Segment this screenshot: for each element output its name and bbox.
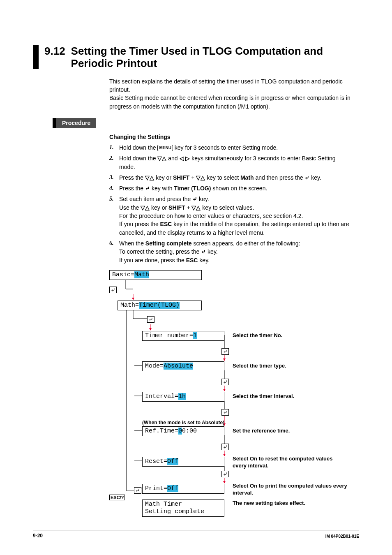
lcd-timer-number: Timer number=1 — [142, 331, 224, 341]
step-number: 4. — [109, 184, 119, 192]
enter-key-icon: ⤶ — [192, 196, 197, 202]
enter-key-icon: ⤶ — [109, 287, 117, 293]
procedure-heading: Procedure — [53, 118, 359, 128]
lcd-print-label: Print= — [145, 485, 167, 492]
step-6-line3-b: key. — [198, 257, 210, 264]
esc-key-label: ESC — [160, 221, 172, 227]
step-2-text-a: Hold down the — [119, 155, 157, 162]
desc-mode: Select the timer type. — [233, 362, 348, 370]
enter-key-icon: ⤶ — [221, 471, 229, 477]
lcd-basic: Basic=Math — [109, 270, 202, 280]
enter-key-icon: ⤶ — [145, 185, 150, 192]
esc-key-label: ESC — [186, 257, 198, 264]
menu-key-icon: MENU — [157, 145, 173, 152]
step-3: 3. Press the ▽△ key or SHIFT + ▽△ key to… — [109, 173, 351, 182]
changing-settings-subhead: Changing the Settings — [109, 134, 359, 140]
lcd-timer-value: 1 — [193, 332, 197, 339]
section-title: Setting the Timer Used in TLOG Computati… — [71, 45, 359, 70]
step-3-text-e: and then press the — [254, 174, 305, 181]
down-up-key-icon: ▽△ — [141, 204, 150, 211]
lcd-interval-value: 1h — [178, 393, 186, 400]
step-3-text-f: key. — [309, 174, 321, 181]
lcd-reftime-label: Ref.Time= — [145, 428, 178, 435]
step-number: 5. — [109, 195, 119, 236]
shift-key-label: SHIFT — [168, 204, 185, 211]
step-5-line2-a: Use the — [119, 204, 141, 211]
step-6-line1-b: screen appears, do either of the followi… — [192, 240, 300, 247]
step-5-line4-a: If you press the — [119, 221, 160, 227]
lcd-basic-value: Math — [134, 271, 149, 278]
step-4: 4. Press the ⤶ key with Timer (TLOG) sho… — [109, 184, 351, 192]
lcd-reftime-v1: 0 — [178, 428, 182, 435]
step-4-text-c: shown on the screen. — [211, 185, 267, 192]
document-id: IM 04P02B01-01E — [325, 534, 359, 539]
step-3-text-c: + — [189, 174, 196, 181]
lcd-complete: Math Timer Setting complete — [142, 500, 224, 517]
lcd-timer-label: Timer number= — [145, 332, 193, 339]
enter-key-icon: ⤶ — [221, 379, 229, 385]
lcd-math-label: Math= — [120, 302, 139, 309]
enter-key-icon: ⤶ — [201, 248, 206, 255]
step-4-text-a: Press the — [119, 185, 145, 192]
step-3-text-d: key to select — [205, 174, 240, 181]
step-6-line1-a: When the — [119, 240, 145, 247]
enter-key-icon: ⤶ — [134, 487, 141, 494]
step-5-line3: For the procedure on how to enter values… — [119, 213, 303, 219]
step-1-text-b: key for 3 seconds to enter Setting mode. — [173, 144, 278, 151]
lcd-math: Math=Timer(TLOG) — [118, 301, 202, 310]
desc-reftime: Set the reference time. — [233, 427, 348, 435]
lcd-reset: Reset=Off — [142, 457, 224, 467]
enter-key-icon: ⤶ — [221, 348, 229, 355]
intro-paragraph-2: Basic Setting mode cannot be entered whe… — [109, 94, 351, 111]
step-number: 3. — [109, 173, 119, 182]
left-right-key-icon: ◁ ▷ — [180, 155, 190, 162]
note-absolute: (When the mode is set to Absolute) — [142, 420, 224, 426]
desc-reset: Select On to reset the computed values e… — [233, 455, 348, 469]
lcd-reset-value: Off — [167, 458, 178, 465]
down-up-key-icon: ▽△ — [196, 174, 205, 181]
step-5-line2-b: key or — [150, 204, 168, 211]
lcd-mode: Mode=Absolute — [142, 361, 224, 371]
step-2-text-b: and — [166, 155, 179, 162]
lcd-math-value: Timer(TLOG) — [139, 302, 180, 309]
footer-rule — [33, 530, 359, 530]
lcd-interval-label: Interval= — [145, 393, 178, 400]
step-1: 1. Hold down the MENU key for 3 seconds … — [109, 143, 351, 152]
desc-timer: Select the timer No. — [233, 332, 348, 339]
enter-key-icon: ⤶ — [304, 174, 309, 181]
section-number: 9.12 — [44, 45, 65, 58]
down-up-key-icon: ▽△ — [191, 204, 201, 211]
shift-key-label: SHIFT — [173, 174, 189, 181]
lcd-mode-label: Mode= — [145, 363, 164, 370]
step-1-text-a: Hold down the — [119, 144, 157, 151]
lcd-complete-l2: Setting complete — [145, 508, 204, 515]
step-3-text-b: key or — [154, 174, 173, 181]
procedure-label: Procedure — [56, 118, 96, 128]
lcd-reftime-v2: 0:00 — [182, 428, 197, 435]
enter-key-icon: ⤶ — [221, 409, 229, 416]
step-4-text-b: key with — [150, 185, 174, 192]
enter-key-icon: ⤶ — [147, 316, 154, 323]
desc-print: Select On to print the computed values e… — [233, 482, 348, 497]
section-heading: 9.12 Setting the Timer Used in TLOG Comp… — [33, 45, 359, 70]
step-5-line1-a: Set each item and press the — [119, 196, 192, 202]
heading-accent-bar — [33, 45, 39, 69]
lcd-reset-label: Reset= — [145, 458, 167, 465]
lcd-complete-l1: Math Timer — [145, 501, 182, 508]
page-number: 9-20 — [33, 533, 43, 539]
step-number: 2. — [109, 154, 119, 171]
lcd-mode-value: Absolute — [164, 363, 193, 370]
lcd-basic-label: Basic= — [112, 271, 134, 278]
step-5-line2-d: key to select values. — [201, 204, 254, 211]
lcd-print: Print=Off — [142, 484, 224, 494]
down-up-key-icon: ▽△ — [145, 174, 154, 181]
menu-flow-diagram: Basic=Math ⤶ Math=Timer(TLOG) ⤶ Timer nu… — [109, 270, 372, 504]
math-label: Math — [240, 174, 254, 181]
step-5-line2-c: + — [185, 204, 192, 211]
down-up-key-icon: ▽△ — [157, 155, 166, 162]
lcd-print-value: Off — [167, 485, 178, 492]
step-6-line3-a: If you are done, press the — [119, 257, 186, 264]
intro-paragraph-1: This section explains the details of set… — [109, 77, 351, 94]
lcd-interval: Interval=1h — [142, 392, 224, 402]
step-5-line1-b: key. — [197, 196, 209, 202]
